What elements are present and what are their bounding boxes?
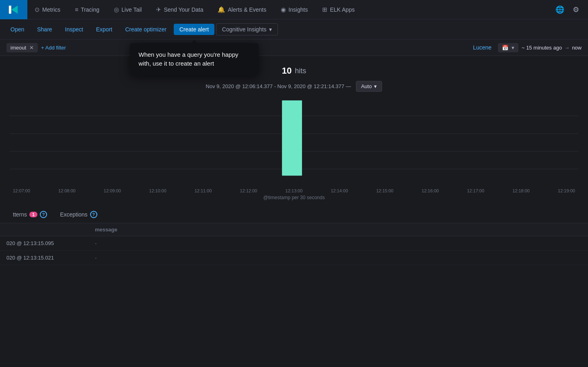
- insights-icon: ◉: [281, 6, 286, 13]
- date-range-text: Nov 9, 2020 @ 12:06:14.377 - Nov 9, 2020…: [206, 83, 351, 89]
- lucene-label: Lucene: [473, 44, 491, 51]
- create-optimizer-button[interactable]: Create optimizer: [119, 24, 172, 35]
- create-alert-wrapper: Create alert When you have a query you'r…: [174, 24, 214, 35]
- nav-senddata[interactable]: ✈ Send Your Data: [149, 0, 210, 19]
- table-cell-msg-0: -: [95, 240, 582, 246]
- nav-items: ⊙ Metrics ≡ Tracing ◎ Live Tail ✈ Send Y…: [27, 0, 553, 19]
- nav-livetail[interactable]: ◎ Live Tail: [107, 0, 149, 19]
- tab-exceptions-label: Exceptions: [60, 211, 87, 218]
- create-alert-tooltip: When you have a query you're happy with,…: [130, 43, 259, 76]
- chart-area: [10, 98, 578, 187]
- globe-icon-btn[interactable]: 🌐: [553, 2, 567, 17]
- xaxis-label-5: 12:12:00: [240, 188, 257, 193]
- kibana-logo[interactable]: [0, 0, 27, 19]
- filter-chip-text: imeout: [10, 45, 26, 51]
- hits-label: hits: [295, 67, 306, 75]
- xaxis-labels: 12:07:00 12:08:00 12:09:00 12:10:00 12:1…: [10, 187, 578, 195]
- nav-right: 🌐 ⚙: [553, 2, 588, 17]
- nav-metrics[interactable]: ⊙ Metrics: [27, 0, 68, 19]
- auto-select-button[interactable]: Auto ▾: [356, 81, 382, 92]
- tab-exceptions[interactable]: Exceptions ?: [53, 207, 103, 223]
- cognitive-insights-label: Cognitive Insights: [222, 26, 267, 33]
- xaxis-label-6: 12:13:00: [286, 188, 303, 193]
- nav-insights[interactable]: ◉ Insights: [273, 0, 315, 19]
- nav-elkapps[interactable]: ⊞ ELK Apps: [315, 0, 362, 19]
- xaxis-label-10: 12:17:00: [467, 188, 484, 193]
- calendar-chevron: ▾: [512, 45, 514, 51]
- time-range-display: ~ 15 minutes ago → now: [522, 45, 582, 51]
- tooltip-text: When you have a query you're happy with,…: [139, 51, 238, 67]
- nav-insights-label: Insights: [288, 6, 308, 13]
- elkapps-icon: ⊞: [322, 6, 327, 13]
- metrics-icon: ⊙: [35, 6, 40, 13]
- table-area: message 020 @ 12:13:15.095 - 020 @ 12:13…: [0, 223, 588, 265]
- tooltip-arrow: [191, 40, 198, 43]
- inspect-button[interactable]: Inspect: [60, 24, 89, 35]
- xaxis-label-1: 12:08:00: [58, 188, 76, 193]
- add-filter-label: + Add filter: [41, 45, 66, 51]
- time-start: ~ 15 minutes ago: [522, 45, 562, 51]
- lucene-button[interactable]: Lucene: [470, 43, 495, 52]
- calendar-icon: 📅: [502, 45, 508, 51]
- xaxis-label-3: 12:10:00: [149, 188, 167, 193]
- nav-metrics-label: Metrics: [42, 6, 60, 13]
- xaxis-label-7: 12:14:00: [331, 188, 348, 193]
- tab-patterns-label: tterns: [13, 211, 27, 218]
- xaxis-title: @timestamp per 30 seconds: [10, 195, 578, 204]
- export-button[interactable]: Export: [90, 24, 118, 35]
- cognitive-insights-button[interactable]: Cognitive Insights ▾: [216, 23, 278, 35]
- patterns-help-icon[interactable]: ?: [40, 211, 47, 218]
- main-content: 10 hits Nov 9, 2020 @ 12:06:14.377 - Nov…: [0, 56, 588, 204]
- svg-marker-1: [11, 6, 18, 14]
- xaxis-label-11: 12:18:00: [512, 188, 530, 193]
- nav-alerts-label: Alerts & Events: [228, 6, 266, 13]
- svg-rect-6: [282, 101, 302, 176]
- nav-tracing[interactable]: ≡ Tracing: [68, 0, 107, 19]
- xaxis-label-9: 12:16:00: [421, 188, 439, 193]
- table-header: message: [0, 223, 588, 236]
- exceptions-help-icon[interactable]: ?: [90, 211, 97, 218]
- nav-livetail-label: Live Tail: [121, 6, 142, 13]
- xaxis-label-4: 12:11:00: [195, 188, 212, 193]
- table-col-msg-header: message: [95, 227, 582, 233]
- auto-label: Auto: [361, 83, 372, 89]
- open-button[interactable]: Open: [5, 24, 30, 35]
- nav-alerts[interactable]: 🔔 Alerts & Events: [210, 0, 273, 19]
- senddata-icon: ✈: [156, 6, 161, 13]
- bottom-tabs: tterns 1 ? Exceptions ?: [0, 207, 588, 223]
- alerts-icon: 🔔: [218, 6, 225, 13]
- time-arrow-icon: →: [564, 45, 569, 51]
- nav-tracing-label: Tracing: [81, 6, 99, 13]
- hits-count: 10: [282, 66, 292, 76]
- filter-chip[interactable]: imeout ✕: [6, 43, 38, 52]
- table-cell-time-1: 020 @ 12:13:15.021: [6, 255, 95, 261]
- table-cell-time-0: 020 @ 12:13:15.095: [6, 240, 95, 246]
- xaxis-label-0: 12:07:00: [13, 188, 30, 193]
- cognitive-chevron-icon: ▾: [269, 26, 272, 33]
- table-row[interactable]: 020 @ 12:13:15.095 -: [0, 236, 588, 251]
- svg-rect-0: [9, 6, 11, 14]
- settings-icon-btn[interactable]: ⚙: [569, 2, 583, 17]
- globe-icon: 🌐: [555, 5, 564, 14]
- histogram-chart: [10, 98, 578, 187]
- share-button[interactable]: Share: [31, 24, 58, 35]
- xaxis-label-8: 12:15:00: [376, 188, 393, 193]
- table-cell-msg-1: -: [95, 255, 582, 261]
- xaxis-label-2: 12:09:00: [104, 188, 121, 193]
- tracing-icon: ≡: [75, 6, 78, 13]
- time-picker-button[interactable]: 📅 ▾: [498, 43, 518, 52]
- filter-chip-close[interactable]: ✕: [29, 45, 34, 51]
- tab-patterns[interactable]: tterns 1 ?: [6, 207, 53, 223]
- auto-chevron-icon: ▾: [374, 83, 377, 89]
- hits-row: 10 hits: [10, 66, 578, 76]
- table-row[interactable]: 020 @ 12:13:15.021 -: [0, 251, 588, 265]
- create-alert-button[interactable]: Create alert: [174, 24, 214, 35]
- table-col-time-header: [6, 227, 95, 233]
- time-end: now: [572, 45, 582, 51]
- livetail-icon: ◎: [114, 6, 119, 13]
- date-range-row: Nov 9, 2020 @ 12:06:14.377 - Nov 9, 2020…: [10, 81, 578, 92]
- toolbar: Open Share Inspect Export Create optimiz…: [0, 19, 588, 39]
- nav-elkapps-label: ELK Apps: [330, 6, 355, 13]
- nav-senddata-label: Send Your Data: [164, 6, 203, 13]
- add-filter-button[interactable]: + Add filter: [41, 45, 66, 51]
